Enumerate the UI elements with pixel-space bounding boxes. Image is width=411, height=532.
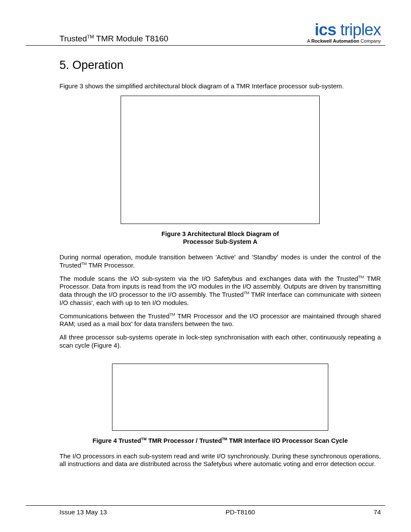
page: TrustedTM TMR Module T8160 ics triplex A… <box>0 0 411 532</box>
figure-3-box <box>121 96 320 224</box>
header-prefix: Trusted <box>59 34 87 43</box>
p3-a: Communications between the Trusted <box>59 312 170 320</box>
fig4-c: TMR Interface I/O Processor Scan Cycle <box>227 437 348 444</box>
content-area: 5. Operation Figure 3 shows the simplifi… <box>26 59 385 468</box>
paragraph-5: The I/O processors in each sub-system re… <box>59 452 381 469</box>
footer-issue: Issue 13 May 13 <box>59 508 107 516</box>
page-header: TrustedTM TMR Module T8160 ics triplex A… <box>26 22 385 46</box>
paragraph-2: The module scans the I/O sub-system via … <box>59 275 381 307</box>
footer-docid: PD-T8160 <box>226 508 255 516</box>
intro-paragraph: Figure 3 shows the simplified architectu… <box>59 82 381 90</box>
fig3-caption-line1: Figure 3 Architectural Block Diagram of <box>162 230 279 237</box>
paragraph-4: All three processor sub-systems operate … <box>59 333 381 350</box>
p2-a: The module scans the I/O sub-system via … <box>59 275 358 282</box>
header-suffix: TMR Module T8160 <box>94 34 168 43</box>
footer-page-number: 74 <box>374 508 381 516</box>
tm-mark: TM <box>170 312 175 317</box>
logo-sub-ra: Rockwell Automation <box>311 38 359 44</box>
tm-mark: TM <box>141 437 147 441</box>
tm-mark: TM <box>244 291 249 295</box>
section-heading: 5. Operation <box>59 59 381 72</box>
p1-b: TMR Processor. <box>87 261 134 269</box>
paragraph-3: Communications between the TrustedTM TMR… <box>59 312 381 329</box>
tm-mark: TM <box>222 437 227 441</box>
figure-4-box <box>112 364 328 431</box>
fig4-a: Figure 4 Trusted <box>93 437 141 444</box>
logo-sub-a: A <box>307 38 311 44</box>
page-footer: Issue 13 May 13 PD-T8160 74 <box>26 505 385 516</box>
fig4-b: TMR Processor / Trusted <box>146 437 222 444</box>
logo: ics triplex A Rockwell Automation Compan… <box>307 22 381 44</box>
logo-sub-co: Company <box>359 38 381 44</box>
figure-3-caption: Figure 3 Architectural Block Diagram of … <box>59 230 381 246</box>
tm-mark: TM <box>81 261 87 266</box>
tm-mark: TM <box>87 34 94 39</box>
paragraph-1: During normal operation, module transiti… <box>59 253 381 270</box>
logo-ics: ics <box>314 21 336 39</box>
figure-4-caption: Figure 4 TrustedTM TMR Processor / Trust… <box>59 437 381 445</box>
logo-triplex: triplex <box>336 21 381 39</box>
logo-main: ics triplex <box>307 22 381 38</box>
fig3-caption-line2: Processor Sub-System A <box>183 238 258 245</box>
logo-subtitle: A Rockwell Automation Company <box>307 39 381 44</box>
tm-mark: TM <box>358 275 364 279</box>
header-product-title: TrustedTM TMR Module T8160 <box>59 34 168 44</box>
